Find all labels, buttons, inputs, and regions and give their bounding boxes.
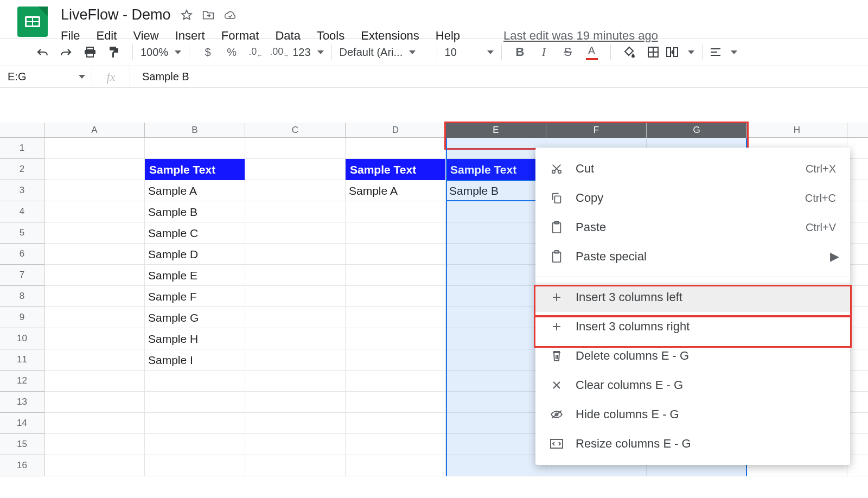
- menu-view[interactable]: View: [133, 29, 158, 43]
- cell-D10[interactable]: [346, 328, 446, 349]
- cell-C8[interactable]: [245, 286, 346, 307]
- row-header-7[interactable]: 7: [0, 265, 44, 286]
- cell-D15[interactable]: [346, 434, 446, 455]
- cell-C16[interactable]: [245, 455, 346, 476]
- cell-A13[interactable]: [44, 392, 145, 413]
- cell-B16[interactable]: [145, 455, 245, 476]
- cell-D4[interactable]: [346, 201, 446, 222]
- cell-B4[interactable]: Sample B: [145, 201, 245, 222]
- number-format-dropdown[interactable]: 123: [292, 46, 323, 59]
- cell-A15[interactable]: [44, 434, 145, 455]
- row-header-12[interactable]: 12: [0, 371, 44, 392]
- cell-D1[interactable]: [346, 138, 446, 159]
- font-dropdown[interactable]: Default (Ari...: [340, 46, 429, 59]
- cell-E16[interactable]: [446, 455, 546, 476]
- cloud-saved-icon[interactable]: [224, 9, 236, 21]
- cell-A7[interactable]: [44, 265, 145, 286]
- context-menu-item[interactable]: Hide columns E - G: [535, 400, 850, 429]
- cell-B2[interactable]: Sample Text: [145, 159, 245, 180]
- cell-E5[interactable]: [446, 222, 546, 244]
- cell-E15[interactable]: [446, 434, 546, 455]
- cell-A4[interactable]: [44, 201, 145, 222]
- cell-C11[interactable]: [245, 349, 346, 371]
- column-header-G[interactable]: G: [647, 123, 747, 138]
- row-header-5[interactable]: 5: [0, 222, 44, 244]
- increase-decimal-icon[interactable]: .00→: [269, 41, 290, 63]
- cell-E13[interactable]: [446, 392, 546, 413]
- context-menu-item[interactable]: Insert 3 columns right: [535, 312, 850, 341]
- row-header-4[interactable]: 4: [0, 201, 44, 222]
- row-header-11[interactable]: 11: [0, 349, 44, 371]
- undo-icon[interactable]: [31, 41, 53, 63]
- cell-C13[interactable]: [245, 392, 346, 413]
- cell-E12[interactable]: [446, 371, 546, 392]
- cell-C14[interactable]: [245, 413, 346, 434]
- cell-A12[interactable]: [44, 371, 145, 392]
- row-header-9[interactable]: 9: [0, 307, 44, 328]
- context-menu-item[interactable]: Paste special▶: [535, 242, 850, 271]
- cell-E11[interactable]: [446, 349, 546, 371]
- cell-D14[interactable]: [346, 413, 446, 434]
- zoom-dropdown[interactable]: 100%: [141, 46, 181, 59]
- cell-D9[interactable]: [346, 307, 446, 328]
- cell-C10[interactable]: [245, 328, 346, 349]
- row-header-10[interactable]: 10: [0, 328, 44, 349]
- paint-format-icon[interactable]: [103, 41, 125, 63]
- row-header-16[interactable]: 16: [0, 455, 44, 476]
- cell-A14[interactable]: [44, 413, 145, 434]
- cell-D6[interactable]: [346, 244, 446, 265]
- cell-B5[interactable]: Sample C: [145, 222, 245, 244]
- cell-A9[interactable]: [44, 307, 145, 328]
- column-header-D[interactable]: D: [346, 123, 446, 138]
- row-header-2[interactable]: 2: [0, 159, 44, 180]
- column-header-E[interactable]: E: [446, 123, 546, 138]
- align-dropdown[interactable]: [710, 48, 737, 56]
- cell-C5[interactable]: [245, 222, 346, 244]
- sheets-logo-icon[interactable]: [17, 7, 48, 37]
- cell-A2[interactable]: [44, 159, 145, 180]
- cell-D7[interactable]: [346, 265, 446, 286]
- column-header-A[interactable]: A: [44, 123, 145, 138]
- star-icon[interactable]: [181, 9, 193, 21]
- cell-E14[interactable]: [446, 413, 546, 434]
- menu-help[interactable]: Help: [436, 29, 460, 43]
- cell-A3[interactable]: [44, 180, 145, 201]
- cell-C1[interactable]: [245, 138, 346, 159]
- cell-B1[interactable]: [145, 138, 245, 159]
- cell-C9[interactable]: [245, 307, 346, 328]
- row-header-3[interactable]: 3: [0, 180, 44, 201]
- menu-extensions[interactable]: Extensions: [361, 29, 419, 43]
- cell-E8[interactable]: [446, 286, 546, 307]
- cell-D12[interactable]: [346, 371, 446, 392]
- cell-C7[interactable]: [245, 265, 346, 286]
- context-menu-item[interactable]: CutCtrl+X: [535, 154, 850, 183]
- fill-color-icon[interactable]: [618, 41, 640, 63]
- cell-C3[interactable]: [245, 180, 346, 201]
- cell-D2[interactable]: Sample Text: [346, 159, 446, 180]
- cell-B6[interactable]: Sample D: [145, 244, 245, 265]
- cell-B12[interactable]: [145, 371, 245, 392]
- cell-B8[interactable]: Sample F: [145, 286, 245, 307]
- context-menu-item[interactable]: Delete columns E - G: [535, 341, 850, 371]
- name-box[interactable]: E:G: [0, 66, 92, 87]
- context-menu-item[interactable]: Clear columns E - G: [535, 371, 850, 400]
- move-folder-icon[interactable]: [202, 9, 214, 21]
- column-header-F[interactable]: F: [546, 123, 647, 138]
- row-header-14[interactable]: 14: [0, 413, 44, 434]
- percent-button[interactable]: %: [221, 41, 242, 63]
- cell-A10[interactable]: [44, 328, 145, 349]
- print-icon[interactable]: [79, 41, 101, 63]
- cell-B14[interactable]: [145, 413, 245, 434]
- document-title[interactable]: LiveFlow - Demo: [61, 7, 171, 23]
- row-header-13[interactable]: 13: [0, 392, 44, 413]
- cell-A6[interactable]: [44, 244, 145, 265]
- cell-C15[interactable]: [245, 434, 346, 455]
- cell-B13[interactable]: [145, 392, 245, 413]
- cell-E1[interactable]: [446, 138, 546, 159]
- cell-B3[interactable]: Sample A: [145, 180, 245, 201]
- italic-button[interactable]: I: [533, 41, 555, 63]
- cell-D16[interactable]: [346, 455, 446, 476]
- cell-B10[interactable]: Sample H: [145, 328, 245, 349]
- cell-D8[interactable]: [346, 286, 446, 307]
- select-all-corner[interactable]: [0, 123, 44, 138]
